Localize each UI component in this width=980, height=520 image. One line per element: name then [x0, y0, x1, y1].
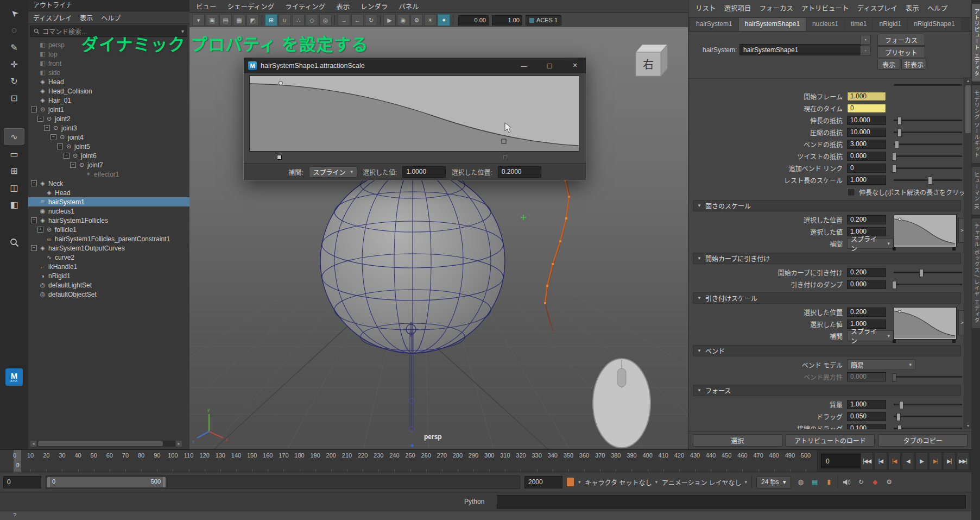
outliner-item-side[interactable]: ◧side: [28, 68, 189, 77]
attribute-slider[interactable]: [894, 167, 962, 169]
outliner-item-Hair_01[interactable]: ◈Hair_01: [28, 96, 189, 105]
outliner-item-joint5[interactable]: −⊙joint5: [28, 142, 189, 151]
outliner-item-joint4[interactable]: −⊙joint4: [28, 133, 189, 142]
tab-hairSystem1[interactable]: hairSystem1: [690, 18, 738, 31]
ramp-curve-preview[interactable]: [894, 307, 957, 340]
attribute-slider[interactable]: [894, 376, 962, 378]
outliner-item-joint3[interactable]: −⊙joint3: [28, 123, 189, 133]
select-component-icon[interactable]: ▦: [233, 14, 245, 26]
paint-select-tool-icon[interactable]: ✎: [4, 40, 24, 55]
speaker-icon[interactable]: [842, 477, 852, 487]
view-cube-face-label[interactable]: 右: [643, 59, 654, 71]
outliner-item-hairSystem1Follicles[interactable]: −◈hairSystem1Follicles: [28, 216, 189, 225]
construction-history-icon[interactable]: ↻: [365, 14, 377, 26]
zoom-tool-icon[interactable]: [4, 235, 24, 250]
collapse-box-icon[interactable]: −: [31, 245, 37, 251]
section-header[interactable]: ▼開始カーブに引き付け: [693, 253, 961, 264]
outliner-item-nucleus1[interactable]: ◉nucleus1: [28, 206, 189, 216]
character-set-dropdown[interactable]: キャラクタ セットなし ▾: [585, 478, 657, 487]
bend-model-dropdown[interactable]: 簡易▾: [847, 359, 915, 370]
slider-handle[interactable]: [897, 129, 902, 137]
attribute-slider[interactable]: [894, 416, 962, 417]
attribute-editor-menu-item[interactable]: ディスプレイ: [857, 3, 897, 13]
section-header[interactable]: ▼ベンド: [693, 345, 961, 356]
attribute-value-field[interactable]: 0.000: [847, 372, 886, 381]
collapse-box-icon[interactable]: −: [37, 116, 43, 122]
view-cube[interactable]: 右: [636, 45, 667, 76]
outliner-item-ikHandle1[interactable]: ⌐ikHandle1: [28, 262, 189, 271]
attribute-value-field[interactable]: 1.000: [847, 176, 886, 185]
outliner-item-Head_Collision[interactable]: ◈Head_Collision: [28, 86, 189, 96]
cached-playback-icon[interactable]: ▦: [810, 477, 820, 487]
tab-time1[interactable]: time1: [845, 18, 872, 31]
select-tool-icon[interactable]: ➤: [2, 1, 26, 26]
attribute-value-field[interactable]: 0: [847, 164, 886, 173]
attribute-editor-scrollbar[interactable]: ▲ ▼: [964, 77, 972, 429]
selected-position-field[interactable]: 0.2000: [498, 166, 541, 178]
maximize-button[interactable]: ▢: [539, 58, 560, 73]
play-backwards-button[interactable]: ◀: [902, 452, 914, 470]
section-header[interactable]: ▼フォース: [693, 385, 961, 396]
evaluation-mode-icon[interactable]: ◍: [795, 477, 806, 487]
selected-key-handle[interactable]: [279, 82, 283, 85]
fps-dropdown[interactable]: 24 fps ▾: [756, 476, 791, 488]
texture-display-icon[interactable]: ✦: [438, 14, 450, 26]
attribute-value-field[interactable]: 1.000: [847, 92, 886, 101]
viewport-menu-item[interactable]: ライティング: [285, 1, 325, 11]
range-slider-track[interactable]: 0 500: [46, 475, 520, 489]
outliner-item-effector1[interactable]: ✶effector1: [28, 170, 189, 179]
viewport-menu-item[interactable]: シェーディング: [227, 1, 275, 11]
output-connections-icon[interactable]: ←: [351, 14, 364, 26]
window-title-bar[interactable]: M hairSystemShape1.attractionScale — ▢ ✕: [244, 58, 586, 73]
help-icon[interactable]: ?: [13, 512, 16, 518]
attribute-slider[interactable]: [894, 143, 962, 145]
attraction-scale-window[interactable]: M hairSystemShape1.attractionScale — ▢ ✕…: [243, 57, 586, 180]
layout-four-pane-icon[interactable]: ⊞: [4, 163, 24, 178]
bookmark-icon[interactable]: [567, 478, 574, 486]
attribute-slider[interactable]: [894, 428, 962, 429]
snap-curve-icon[interactable]: ∪: [279, 14, 291, 26]
select-hierarchy-icon[interactable]: ▣: [206, 14, 218, 26]
pin-tab-icon[interactable]: ▪: [860, 35, 871, 45]
attribute-value-field[interactable]: 0.000: [847, 152, 886, 161]
cache-status-icon[interactable]: ▮: [824, 477, 834, 487]
collapse-box-icon[interactable]: −: [31, 106, 37, 112]
snap-point-icon[interactable]: ∴: [292, 14, 305, 26]
selection-mask-menu-icon[interactable]: ▾: [192, 14, 205, 26]
attribute-value-field[interactable]: 0.000: [847, 280, 886, 289]
outliner-item-joint7[interactable]: −⊙joint7: [28, 160, 189, 170]
outliner-item-Head[interactable]: ◈Head: [28, 77, 189, 86]
minimize-button[interactable]: —: [513, 58, 535, 73]
bookmark-chevron-icon[interactable]: ▾: [578, 479, 581, 485]
attribute-editor-menu-item[interactable]: フォーカス: [760, 3, 794, 13]
selected-value-field[interactable]: 1.0000: [402, 166, 446, 178]
attribute-slider[interactable]: [894, 179, 962, 181]
side-tab[interactable]: アトリビュート エディタ: [972, 4, 980, 82]
make-live-icon[interactable]: ◎: [319, 14, 332, 26]
attribute-slider[interactable]: [894, 131, 962, 133]
layout-outliner-persp-icon[interactable]: ◧: [4, 197, 24, 212]
ramp-curve-editor[interactable]: [249, 76, 579, 152]
side-tab[interactable]: チャネル ボックス / レイヤ エディタ: [972, 218, 980, 328]
attribute-value-field[interactable]: 0.100: [847, 424, 886, 430]
side-tab[interactable]: ヒューマン IK: [972, 167, 980, 215]
scale-tool-icon[interactable]: ⊡: [4, 90, 24, 105]
viewport-menu-item[interactable]: 表示: [336, 1, 350, 11]
scroll-left-arrow[interactable]: ◂: [30, 441, 36, 447]
tab-nRigidShape1[interactable]: nRigidShape1: [908, 18, 960, 31]
collapse-box-icon[interactable]: −: [44, 125, 50, 131]
attribute-value-field[interactable]: 10.000: [847, 116, 886, 125]
close-button[interactable]: ✕: [564, 58, 586, 73]
copy-tab-button[interactable]: タブのコピー: [878, 434, 968, 447]
attribute-value-field[interactable]: 0.050: [847, 412, 886, 421]
animation-layer-dropdown[interactable]: アニメーション レイヤなし ▾: [662, 478, 747, 487]
outliner-item-Neck[interactable]: −◈Neck: [28, 179, 189, 188]
layout-single-pane-icon[interactable]: ▭: [4, 146, 24, 161]
attribute-value-field[interactable]: 1.000: [847, 400, 886, 409]
slider-handle[interactable]: [892, 165, 896, 173]
slider-handle[interactable]: [899, 401, 903, 409]
tab-nucleus1[interactable]: nucleus1: [806, 18, 844, 31]
node-name-field[interactable]: hairSystemShape1: [739, 44, 861, 55]
section-header[interactable]: ▼固さのスケール: [693, 200, 961, 211]
attribute-editor-menu-item[interactable]: 選択項目: [724, 3, 751, 13]
